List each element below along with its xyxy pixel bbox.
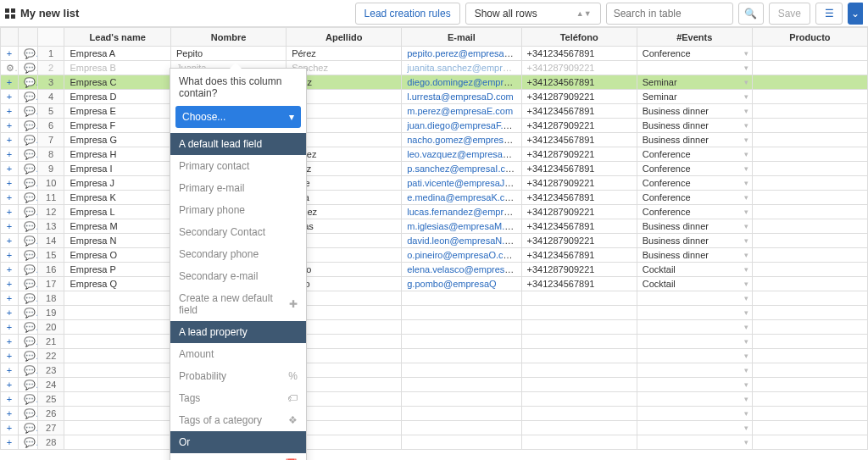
- lead-name-cell[interactable]: Empresa O: [64, 248, 171, 263]
- plus-icon[interactable]: +: [7, 423, 12, 433]
- plus-icon[interactable]: +: [7, 336, 12, 346]
- telefono-cell[interactable]: [521, 306, 637, 320]
- email-cell[interactable]: [402, 306, 521, 320]
- plus-icon[interactable]: +: [7, 91, 12, 102]
- email-link[interactable]: m.iglesias@empresaM.com: [407, 221, 521, 231]
- comment-cell[interactable]: 💬: [18, 119, 37, 133]
- comment-cell[interactable]: 💬: [18, 435, 37, 450]
- telefono-cell[interactable]: +341287909221: [521, 147, 637, 162]
- events-cell[interactable]: ▾: [637, 320, 752, 335]
- lead-creation-rules-button[interactable]: Lead creation rules: [355, 3, 460, 25]
- plus-icon[interactable]: +: [7, 77, 12, 87]
- table-row[interactable]: +💬23▾: [1, 363, 868, 378]
- producto-cell[interactable]: [752, 104, 867, 119]
- table-row[interactable]: +💬8Empresa HLeozquezleo.vazquez@empresaH…: [1, 147, 868, 162]
- dropdown-caret-icon[interactable]: ▾: [744, 92, 748, 101]
- comment-cell[interactable]: 💬: [18, 219, 37, 234]
- producto-cell[interactable]: [752, 421, 867, 435]
- comment-cell[interactable]: 💬: [18, 363, 37, 378]
- comment-cell[interactable]: 💬: [18, 90, 37, 104]
- add-row-cell[interactable]: +: [1, 234, 19, 248]
- dropdown-caret-icon[interactable]: ▾: [744, 64, 748, 72]
- email-link[interactable]: nacho.gomez@empresaG.com: [407, 135, 521, 145]
- plus-icon[interactable]: +: [7, 365, 12, 375]
- email-link[interactable]: lucas.fernandez@empresaL....: [407, 207, 521, 217]
- add-row-cell[interactable]: +: [1, 320, 19, 335]
- lead-name-cell[interactable]: Empresa F: [64, 119, 171, 133]
- email-cell[interactable]: [402, 378, 521, 392]
- col-email[interactable]: E-mail: [402, 28, 521, 47]
- col-nombre[interactable]: Nombre: [171, 28, 287, 47]
- email-cell[interactable]: l.urresta@empresaD.com: [402, 90, 521, 104]
- lead-name-cell[interactable]: [64, 407, 171, 421]
- lead-name-cell[interactable]: [64, 320, 171, 335]
- dropdown-caret-icon[interactable]: ▾: [744, 265, 748, 274]
- producto-cell[interactable]: [752, 61, 867, 75]
- email-link[interactable]: david.leon@empresaN.com: [407, 236, 521, 246]
- lead-name-cell[interactable]: Empresa H: [64, 147, 171, 162]
- add-row-cell[interactable]: +: [1, 90, 19, 104]
- plus-icon[interactable]: +: [7, 351, 12, 361]
- dropdown-caret-icon[interactable]: ▾: [744, 352, 748, 360]
- comment-cell[interactable]: 💬: [18, 75, 37, 90]
- table-row[interactable]: +💬18▾: [1, 291, 868, 306]
- telefono-cell[interactable]: +341287909221: [521, 61, 637, 75]
- lead-name-cell[interactable]: [64, 435, 171, 450]
- table-row[interactable]: +💬16Empresa PElenaascoelena.velasco@empr…: [1, 263, 868, 277]
- telefono-cell[interactable]: [521, 421, 637, 435]
- producto-cell[interactable]: [752, 306, 867, 320]
- dropdown-caret-icon[interactable]: ▾: [744, 78, 748, 86]
- plus-icon[interactable]: +: [7, 408, 12, 418]
- table-row[interactable]: +💬13Empresa MMarcosesiasm.iglesias@empre…: [1, 219, 868, 234]
- dropdown-caret-icon[interactable]: ▾: [744, 395, 748, 403]
- producto-cell[interactable]: [752, 248, 867, 263]
- comment-cell[interactable]: 💬: [18, 234, 37, 248]
- add-row-cell[interactable]: +: [1, 363, 19, 378]
- email-link[interactable]: g.pombo@empresaQ: [407, 279, 496, 289]
- table-row[interactable]: +💬17Empresa QGonzalombog.pombo@empresaQ+…: [1, 277, 868, 291]
- telefono-cell[interactable]: +341287909221: [521, 263, 637, 277]
- producto-cell[interactable]: [752, 320, 867, 335]
- telefono-cell[interactable]: [521, 392, 637, 407]
- comment-cell[interactable]: 💬: [18, 335, 37, 349]
- add-row-cell[interactable]: +: [1, 306, 19, 320]
- plus-icon[interactable]: +: [7, 48, 12, 58]
- col-producto[interactable]: Producto: [752, 28, 867, 47]
- add-row-cell[interactable]: ⚙: [1, 61, 19, 75]
- table-row[interactable]: +💬24▾: [1, 378, 868, 392]
- table-row[interactable]: ⚙💬2Empresa BJuanitaSanchezjuanita.sanche…: [1, 61, 868, 75]
- dropdown-caret-icon[interactable]: ▾: [744, 49, 748, 58]
- telefono-cell[interactable]: +341234567891: [521, 104, 637, 119]
- add-row-cell[interactable]: +: [1, 335, 19, 349]
- dropdown-caret-icon[interactable]: ▾: [744, 438, 748, 446]
- email-cell[interactable]: [402, 363, 521, 378]
- producto-cell[interactable]: [752, 407, 867, 421]
- telefono-cell[interactable]: +341287909221: [521, 234, 637, 248]
- dropdown-caret-icon[interactable]: ▾: [744, 337, 748, 346]
- plus-icon[interactable]: +: [7, 192, 12, 202]
- events-cell[interactable]: ▾: [637, 291, 752, 306]
- popup-choose-select[interactable]: Choose... ▾: [175, 106, 301, 128]
- email-cell[interactable]: [402, 435, 521, 450]
- add-row-cell[interactable]: +: [1, 277, 19, 291]
- dropdown-caret-icon[interactable]: ▾: [744, 107, 748, 115]
- add-row-cell[interactable]: +: [1, 219, 19, 234]
- dropdown-caret-icon[interactable]: ▾: [744, 150, 748, 158]
- plus-icon[interactable]: +: [7, 163, 12, 174]
- email-cell[interactable]: david.leon@empresaN.com: [402, 234, 521, 248]
- email-link[interactable]: juan.diego@empresaF.com: [407, 120, 520, 130]
- email-link[interactable]: elena.velasco@empresaP.com: [407, 264, 521, 274]
- lead-name-cell[interactable]: Empresa D: [64, 90, 171, 104]
- email-cell[interactable]: [402, 291, 521, 306]
- producto-cell[interactable]: [752, 47, 867, 61]
- add-row-cell[interactable]: +: [1, 248, 19, 263]
- email-link[interactable]: l.urresta@empresaD.com: [407, 91, 513, 102]
- telefono-cell[interactable]: [521, 349, 637, 363]
- comment-cell[interactable]: 💬: [18, 47, 37, 61]
- plus-icon[interactable]: +: [7, 236, 12, 246]
- menu-button[interactable]: ☰: [815, 3, 843, 25]
- events-cell[interactable]: Business dinner▾: [637, 104, 752, 119]
- events-cell[interactable]: Business dinner▾: [637, 119, 752, 133]
- table-row[interactable]: +💬27▾: [1, 421, 868, 435]
- events-cell[interactable]: ▾: [637, 363, 752, 378]
